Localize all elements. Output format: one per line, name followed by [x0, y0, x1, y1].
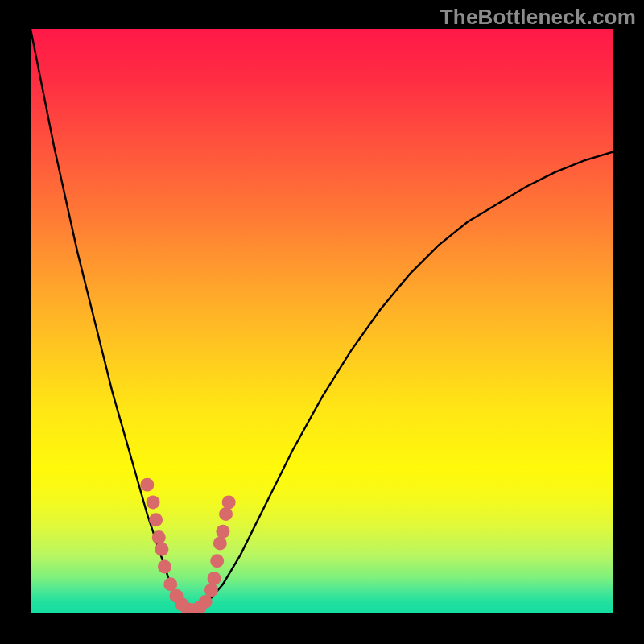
- curve-marker: [152, 530, 166, 544]
- curve-marker: [147, 496, 160, 510]
- curve-marker: [155, 543, 168, 556]
- curve-marker: [222, 496, 236, 510]
- watermark-text: TheBottleneck.com: [440, 5, 636, 30]
- chart-frame: TheBottleneck.com: [0, 0, 644, 644]
- curve-marker: [208, 572, 221, 585]
- curve-marker: [149, 513, 163, 526]
- curve-marker: [210, 554, 224, 568]
- curve-marker: [163, 577, 177, 591]
- bottleneck-curve: [31, 29, 613, 613]
- curve-marker: [199, 595, 213, 609]
- curve-marker: [216, 525, 229, 539]
- curve-marker: [219, 507, 233, 521]
- curve-marker: [158, 559, 171, 573]
- plot-area: [31, 29, 613, 613]
- curve-marker: [204, 583, 218, 597]
- curve-marker: [140, 478, 154, 492]
- curve-marker: [213, 536, 227, 550]
